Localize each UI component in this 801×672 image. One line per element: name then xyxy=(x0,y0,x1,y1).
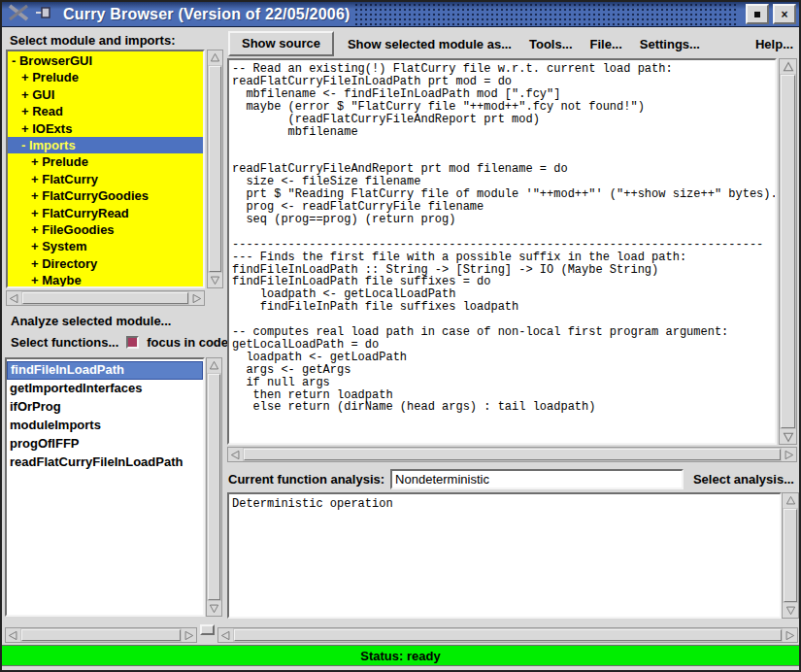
module-tree-item[interactable]: + FlatCurry xyxy=(8,171,203,187)
scroll-thumb[interactable] xyxy=(244,449,781,460)
arrow-left-icon xyxy=(9,293,19,304)
file-menubutton[interactable]: File... xyxy=(590,37,622,51)
source-code-vscrollbar[interactable] xyxy=(779,58,797,445)
pane-sash[interactable] xyxy=(200,624,215,635)
function-list-item[interactable]: readFlatCurryFileInLoadPath xyxy=(7,454,203,472)
module-tree-item-label: + FileGoodies xyxy=(31,222,115,237)
close-button[interactable]: × xyxy=(773,4,796,24)
scroll-right-button[interactable] xyxy=(783,628,797,642)
module-tree-item[interactable]: - Imports xyxy=(8,137,203,153)
scroll-trough[interactable] xyxy=(243,448,782,461)
settings-menubutton[interactable]: Settings... xyxy=(640,37,700,51)
scroll-right-button[interactable] xyxy=(182,628,196,642)
arrow-up-icon xyxy=(209,360,219,371)
source-code-hscrollbar[interactable] xyxy=(227,447,797,462)
source-code-view[interactable]: -- Read an existing(!) FlatCurry file w.… xyxy=(227,58,777,445)
module-tree-item[interactable]: + Prelude xyxy=(8,69,203,85)
scroll-up-button[interactable] xyxy=(780,59,796,74)
function-list-item[interactable]: ifOrProg xyxy=(7,398,203,417)
module-tree-item-label: - Imports xyxy=(21,138,76,152)
function-list-item-label: moduleImports xyxy=(10,418,101,432)
scroll-left-button[interactable] xyxy=(228,448,243,461)
titlebar[interactable]: Curry Browser (Version of 22/05/2006) × xyxy=(2,2,799,27)
scroll-left-button[interactable] xyxy=(7,291,21,305)
scroll-trough[interactable] xyxy=(208,65,222,273)
scroll-thumb[interactable] xyxy=(781,75,795,428)
scroll-left-button[interactable] xyxy=(218,628,233,642)
arrow-left-icon xyxy=(230,450,241,460)
status-bar: Status: ready xyxy=(2,645,799,666)
scroll-thumb[interactable] xyxy=(208,374,220,600)
window-title: Curry Browser (Version of 22/05/2006) xyxy=(63,6,350,23)
module-tree-item-label: - BrowserGUI xyxy=(12,53,92,68)
x11-logo-icon xyxy=(8,4,29,25)
scroll-trough[interactable] xyxy=(21,291,189,305)
arrow-left-icon xyxy=(8,630,18,641)
select-analysis-menubutton[interactable]: Select analysis... xyxy=(693,472,794,487)
scroll-trough[interactable] xyxy=(780,74,796,429)
arrow-down-icon xyxy=(210,275,220,286)
scroll-trough[interactable] xyxy=(233,628,783,642)
show-module-as-menubutton[interactable]: Show selected module as... xyxy=(348,37,512,51)
scroll-thumb[interactable] xyxy=(22,292,188,304)
function-list-vscrollbar[interactable] xyxy=(206,357,222,617)
module-tree-item[interactable]: + Prelude xyxy=(8,153,203,170)
status-text: Status: ready xyxy=(360,649,440,663)
analysis-result-view[interactable]: Deterministic operation xyxy=(227,492,782,619)
function-list-item[interactable]: getImportedInterfaces xyxy=(7,380,203,398)
scroll-thumb[interactable] xyxy=(234,629,782,641)
analysis-result-hscrollbar[interactable] xyxy=(217,627,798,643)
scroll-left-button[interactable] xyxy=(6,628,20,642)
module-tree-list[interactable]: - BrowserGUI+ Prelude+ GUI+ Read+ IOExts… xyxy=(6,50,205,288)
scroll-down-button[interactable] xyxy=(783,603,798,618)
module-tree-item[interactable]: + FlatCurryRead xyxy=(8,205,203,221)
tools-menubutton[interactable]: Tools... xyxy=(529,37,573,51)
scroll-down-button[interactable] xyxy=(208,273,222,287)
scroll-trough[interactable] xyxy=(20,628,182,642)
scroll-down-button[interactable] xyxy=(207,601,221,616)
scroll-thumb[interactable] xyxy=(784,509,797,602)
arrow-left-icon xyxy=(220,630,231,641)
show-source-button[interactable]: Show source xyxy=(228,31,334,56)
pushpin-icon[interactable] xyxy=(35,6,52,23)
module-tree-item[interactable]: + FileGoodies xyxy=(8,221,203,238)
select-functions-row: Select functions... focus in code xyxy=(11,335,228,350)
scroll-right-button[interactable] xyxy=(782,448,796,461)
scroll-down-button[interactable] xyxy=(780,429,796,444)
analysis-result-vscrollbar[interactable] xyxy=(782,492,799,619)
function-list-item[interactable]: findFileInLoadPath xyxy=(7,361,203,380)
function-list-item[interactable]: progOfIFFP xyxy=(7,435,203,454)
module-tree-item[interactable]: + Maybe xyxy=(8,272,203,288)
module-tree-item[interactable]: + IOExts xyxy=(8,120,203,137)
analysis-row: Current function analysis: Select analys… xyxy=(228,467,794,490)
module-tree-item[interactable]: + Read xyxy=(8,103,203,119)
scroll-up-button[interactable] xyxy=(208,50,222,65)
function-list-item[interactable]: moduleImports xyxy=(7,417,203,435)
module-tree-item[interactable]: + System xyxy=(8,238,203,254)
module-tree-item[interactable]: + Directory xyxy=(8,255,203,272)
scroll-trough[interactable] xyxy=(207,373,221,601)
focus-in-code-label[interactable]: focus in code xyxy=(147,335,228,350)
select-functions-menubutton[interactable]: Select functions... xyxy=(11,335,118,350)
module-tree-hscrollbar[interactable] xyxy=(6,290,205,306)
scroll-up-button[interactable] xyxy=(207,358,221,373)
minimize-button[interactable] xyxy=(746,4,769,24)
scroll-thumb[interactable] xyxy=(209,66,221,272)
module-tree-item[interactable]: - BrowserGUI xyxy=(8,52,203,69)
help-menubutton[interactable]: Help... xyxy=(755,37,793,51)
module-tree-item-label: + Read xyxy=(21,104,63,118)
module-tree-vscrollbar[interactable] xyxy=(207,50,223,288)
scroll-up-button[interactable] xyxy=(783,493,798,508)
module-tree-item[interactable]: + GUI xyxy=(8,86,203,103)
function-list-hscrollbar[interactable] xyxy=(5,627,197,643)
focus-in-code-checkbox[interactable] xyxy=(126,336,139,349)
analysis-entry[interactable] xyxy=(390,469,684,489)
scroll-thumb[interactable] xyxy=(21,629,181,641)
module-tree-item[interactable]: + FlatCurryGoodies xyxy=(8,187,203,204)
scroll-right-button[interactable] xyxy=(189,291,204,305)
function-list-item-label: findFileInLoadPath xyxy=(11,362,124,377)
function-list[interactable]: findFileInLoadPathgetImportedInterfacesi… xyxy=(5,357,205,617)
arrow-up-icon xyxy=(783,61,794,73)
analyze-module-menubutton[interactable]: Analyze selected module... xyxy=(11,314,171,328)
scroll-trough[interactable] xyxy=(783,508,798,603)
